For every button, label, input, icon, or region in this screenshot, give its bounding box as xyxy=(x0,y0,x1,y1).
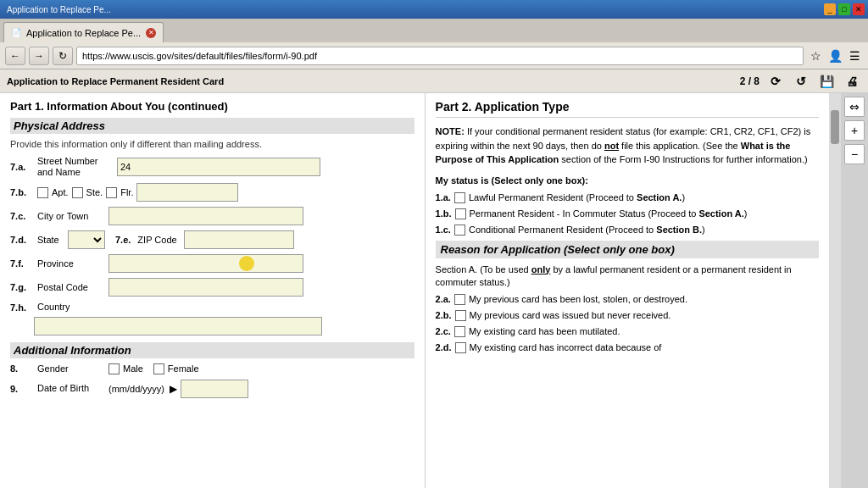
reason-2c-num: 2.c. xyxy=(436,326,451,336)
status-1c-num: 1.c. xyxy=(436,225,451,235)
status-1c-checkbox[interactable] xyxy=(454,225,465,236)
scrollbar[interactable] xyxy=(829,93,841,488)
dob-arrow: ▶ xyxy=(170,383,177,395)
minimize-button[interactable]: _ xyxy=(824,3,836,15)
reason-item-2d: 2.d. My existing card has incorrect data… xyxy=(436,342,820,353)
status-1a-checkbox[interactable] xyxy=(454,192,465,203)
status-1a-num: 1.a. xyxy=(436,192,451,202)
ste-checkbox[interactable] xyxy=(72,187,83,198)
print-button[interactable]: 🖨 xyxy=(843,72,861,91)
field-7e-num: 7.e. xyxy=(115,235,131,245)
reason-2a-num: 2.a. xyxy=(436,294,451,304)
apt-number-input[interactable] xyxy=(136,183,238,202)
field-7c-num: 7.c. xyxy=(10,211,34,221)
close-button[interactable]: ✕ xyxy=(853,3,865,15)
reason-2a-checkbox[interactable] xyxy=(454,294,465,305)
male-checkbox[interactable] xyxy=(108,363,120,374)
field-7c-row: 7.c. City or Town xyxy=(10,207,415,225)
zoom-out-button[interactable]: − xyxy=(844,144,865,164)
field-7d-num: 7.d. xyxy=(10,235,34,245)
pdf-left-panel: Part 1. Information About You (continued… xyxy=(0,93,426,488)
pdf-right-panel: Part 2. Application Type NOTE: If your c… xyxy=(426,93,830,488)
pdf-toolbar: Application to Replace Permanent Residen… xyxy=(0,69,868,93)
reason-2d-checkbox[interactable] xyxy=(455,342,466,353)
back-button[interactable]: ← xyxy=(5,47,25,65)
user-icon[interactable]: 👤 xyxy=(826,47,843,64)
field-7g-num: 7.g. xyxy=(10,282,34,292)
field-7c-label: City or Town xyxy=(37,211,105,222)
status-1a-text: Lawful Permanent Resident (Proceed to Se… xyxy=(469,192,685,202)
reason-2b-num: 2.b. xyxy=(436,310,452,320)
field-8-label: Gender xyxy=(37,363,105,374)
province-input[interactable] xyxy=(108,254,303,273)
nav-bar: ← → ↻ ☆ 👤 ☰ xyxy=(0,42,868,69)
reason-item-2a: 2.a. My previous card has been lost, sto… xyxy=(436,294,820,305)
field-7f-label: Province xyxy=(37,258,105,269)
dob-input[interactable] xyxy=(181,380,248,398)
reason-item-2c: 2.c. My existing card has been mutilated… xyxy=(436,326,820,337)
field-7f-num: 7.f. xyxy=(10,258,34,269)
tab-icon: 📄 xyxy=(11,28,21,37)
status-1c-text: Conditional Permanent Resident (Proceed … xyxy=(469,225,705,235)
status-item-1c: 1.c. Conditional Permanent Resident (Pro… xyxy=(436,225,820,236)
tab-close-button[interactable]: ✕ xyxy=(146,28,156,38)
field-8-row: 8. Gender Male Female xyxy=(10,363,415,374)
female-checkbox[interactable] xyxy=(153,363,164,374)
reason-2d-num: 2.d. xyxy=(436,342,452,352)
status-label-text: My status is (Select only one box): xyxy=(436,175,588,186)
field-7a-num: 7.a. xyxy=(10,162,34,172)
zip-input[interactable] xyxy=(184,230,294,249)
section-a-note: Section A. (To be used only by a lawful … xyxy=(436,263,820,290)
city-input[interactable] xyxy=(108,207,303,225)
back-page-button[interactable]: ↺ xyxy=(792,72,810,91)
status-label: My status is (Select only one box): xyxy=(436,175,820,186)
physical-address-title: Physical Address xyxy=(10,118,415,134)
forward-button[interactable]: → xyxy=(29,47,49,65)
dob-placeholder: (mm/dd/yyyy) xyxy=(108,384,164,394)
reason-2c-checkbox[interactable] xyxy=(454,326,465,337)
status-1b-num: 1.b. xyxy=(436,208,452,219)
reason-2b-text: My previous card was issued but never re… xyxy=(470,310,671,320)
url-bar[interactable] xyxy=(76,47,804,65)
status-item-1a: 1.a. Lawful Permanent Resident (Proceed … xyxy=(436,192,820,203)
field-7h-label: Country xyxy=(37,302,105,313)
apt-checkbox[interactable] xyxy=(37,187,48,198)
reload-button[interactable]: ↻ xyxy=(53,47,73,65)
scrollbar-thumb[interactable] xyxy=(831,110,839,144)
status-1b-text: Permanent Resident - In Commuter Status … xyxy=(470,208,748,219)
field-7a-row: 7.a. Street Number and Name xyxy=(10,156,415,178)
note-text2: file this application. (See the xyxy=(621,141,741,151)
note-not: not xyxy=(604,141,619,151)
field-7e-label: ZIP Code xyxy=(137,235,176,245)
field-7g-label: Postal Code xyxy=(37,282,105,293)
save-button[interactable]: 💾 xyxy=(817,72,836,91)
apt-group: Apt. Ste. Flr. xyxy=(37,183,415,202)
state-select[interactable]: ALAKAZCA COFLGANY TX xyxy=(68,230,105,249)
zoom-in-button[interactable]: + xyxy=(844,120,865,141)
additional-info-header: Additional Information xyxy=(10,342,415,358)
apt-label: Apt. xyxy=(52,187,69,197)
street-number-input[interactable] xyxy=(117,158,320,176)
menu-icon[interactable]: ☰ xyxy=(846,47,863,64)
status-1b-checkbox[interactable] xyxy=(455,208,466,219)
expand-button[interactable]: ⇔ xyxy=(844,97,865,117)
tab-label: Application to Replace Pe... xyxy=(26,28,141,38)
right-panel: ⇔ + − xyxy=(841,93,868,488)
reason-2b-checkbox[interactable] xyxy=(455,310,466,321)
field-7g-row: 7.g. Postal Code xyxy=(10,278,415,297)
country-input[interactable] xyxy=(34,317,322,336)
flr-label: Flr. xyxy=(120,187,133,197)
flr-checkbox[interactable] xyxy=(106,187,117,198)
maximize-button[interactable]: □ xyxy=(838,3,850,15)
refresh-button[interactable]: ⟳ xyxy=(766,72,785,91)
reason-2a-text: My previous card has been lost, stolen, … xyxy=(469,294,687,304)
physical-address-note: Provide this information only if differe… xyxy=(10,139,415,149)
note-prefix: NOTE: xyxy=(436,126,465,136)
postal-code-input[interactable] xyxy=(108,278,303,297)
active-tab[interactable]: 📄 Application to Replace Pe... ✕ xyxy=(3,22,164,42)
field-7d-row: 7.d. State ALAKAZCA COFLGANY TX 7.e. ZIP… xyxy=(10,230,415,249)
doc-title: Application to Replace Permanent Residen… xyxy=(7,76,224,86)
star-icon[interactable]: ☆ xyxy=(807,47,824,64)
ste-label: Ste. xyxy=(86,187,103,197)
browser-title: Application to Replace Pe... xyxy=(7,5,111,14)
